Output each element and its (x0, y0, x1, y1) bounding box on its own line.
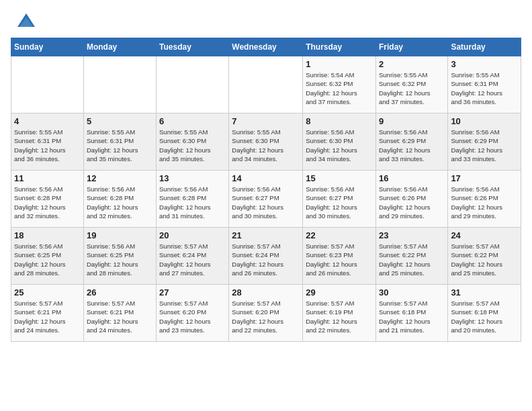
day-number: 1 (306, 59, 373, 69)
day-number: 9 (379, 116, 445, 126)
calendar-cell: 24Sunrise: 5:57 AM Sunset: 6:22 PM Dayli… (448, 228, 521, 285)
day-number: 18 (14, 230, 81, 240)
header-friday: Friday (375, 38, 447, 56)
calendar-cell: 26Sunrise: 5:57 AM Sunset: 6:21 PM Dayli… (83, 285, 156, 342)
calendar-cell: 22Sunrise: 5:57 AM Sunset: 6:23 PM Dayli… (303, 228, 376, 285)
header-monday: Monday (83, 38, 156, 56)
day-number: 12 (87, 173, 153, 183)
day-number: 21 (232, 230, 300, 240)
calendar-table: SundayMondayTuesdayWednesdayThursdayFrid… (11, 38, 521, 342)
day-number: 7 (232, 116, 300, 126)
day-info: Sunrise: 5:57 AM Sunset: 6:24 PM Dayligh… (159, 242, 226, 277)
calendar-cell: 15Sunrise: 5:56 AM Sunset: 6:27 PM Dayli… (303, 171, 376, 228)
day-info: Sunrise: 5:55 AM Sunset: 6:31 PM Dayligh… (14, 128, 81, 163)
calendar-cell: 19Sunrise: 5:56 AM Sunset: 6:25 PM Dayli… (83, 228, 156, 285)
calendar-cell: 1Sunrise: 5:54 AM Sunset: 6:32 PM Daylig… (303, 56, 376, 113)
logo-icon (16, 12, 36, 32)
day-info: Sunrise: 5:55 AM Sunset: 6:30 PM Dayligh… (232, 128, 300, 163)
day-number: 4 (14, 116, 81, 126)
day-info: Sunrise: 5:56 AM Sunset: 6:28 PM Dayligh… (14, 185, 81, 220)
day-number: 14 (232, 173, 300, 183)
calendar-cell: 18Sunrise: 5:56 AM Sunset: 6:25 PM Dayli… (11, 228, 84, 285)
day-number: 6 (159, 116, 226, 126)
day-info: Sunrise: 5:56 AM Sunset: 6:25 PM Dayligh… (14, 242, 81, 277)
calendar-cell: 28Sunrise: 5:57 AM Sunset: 6:20 PM Dayli… (229, 285, 303, 342)
calendar-cell: 8Sunrise: 5:56 AM Sunset: 6:30 PM Daylig… (303, 113, 376, 171)
day-info: Sunrise: 5:57 AM Sunset: 6:18 PM Dayligh… (379, 299, 445, 334)
day-info: Sunrise: 5:56 AM Sunset: 6:25 PM Dayligh… (87, 242, 153, 277)
calendar-cell: 29Sunrise: 5:57 AM Sunset: 6:19 PM Dayli… (303, 285, 376, 342)
day-info: Sunrise: 5:57 AM Sunset: 6:21 PM Dayligh… (14, 299, 81, 334)
day-number: 28 (232, 287, 300, 298)
day-info: Sunrise: 5:57 AM Sunset: 6:20 PM Dayligh… (159, 299, 226, 334)
day-number: 19 (87, 230, 153, 240)
header (0, 0, 532, 38)
day-info: Sunrise: 5:57 AM Sunset: 6:22 PM Dayligh… (451, 242, 518, 277)
calendar-week-row: 11Sunrise: 5:56 AM Sunset: 6:28 PM Dayli… (11, 171, 521, 228)
calendar-cell: 30Sunrise: 5:57 AM Sunset: 6:18 PM Dayli… (375, 285, 447, 342)
header-tuesday: Tuesday (157, 38, 229, 56)
day-info: Sunrise: 5:56 AM Sunset: 6:28 PM Dayligh… (87, 185, 153, 220)
calendar-cell (229, 56, 303, 113)
calendar-cell: 4Sunrise: 5:55 AM Sunset: 6:31 PM Daylig… (11, 113, 84, 171)
day-info: Sunrise: 5:55 AM Sunset: 6:31 PM Dayligh… (87, 128, 153, 163)
calendar-cell: 27Sunrise: 5:57 AM Sunset: 6:20 PM Dayli… (157, 285, 229, 342)
calendar-cell: 20Sunrise: 5:57 AM Sunset: 6:24 PM Dayli… (157, 228, 229, 285)
day-number: 11 (14, 173, 81, 183)
calendar-week-row: 4Sunrise: 5:55 AM Sunset: 6:31 PM Daylig… (11, 113, 521, 171)
day-number: 20 (159, 230, 226, 240)
day-number: 17 (451, 173, 518, 183)
day-number: 10 (451, 116, 518, 126)
day-info: Sunrise: 5:57 AM Sunset: 6:23 PM Dayligh… (306, 242, 373, 277)
day-info: Sunrise: 5:56 AM Sunset: 6:26 PM Dayligh… (451, 185, 518, 220)
day-number: 29 (306, 287, 373, 298)
day-number: 30 (379, 287, 445, 298)
calendar-week-row: 18Sunrise: 5:56 AM Sunset: 6:25 PM Dayli… (11, 228, 521, 285)
calendar-cell: 25Sunrise: 5:57 AM Sunset: 6:21 PM Dayli… (11, 285, 84, 342)
header-thursday: Thursday (303, 38, 376, 56)
day-info: Sunrise: 5:56 AM Sunset: 6:29 PM Dayligh… (451, 128, 518, 163)
day-info: Sunrise: 5:56 AM Sunset: 6:28 PM Dayligh… (159, 185, 226, 220)
calendar-cell: 2Sunrise: 5:55 AM Sunset: 6:32 PM Daylig… (375, 56, 447, 113)
calendar-cell: 23Sunrise: 5:57 AM Sunset: 6:22 PM Dayli… (375, 228, 447, 285)
calendar-cell: 21Sunrise: 5:57 AM Sunset: 6:24 PM Dayli… (229, 228, 303, 285)
day-number: 5 (87, 116, 153, 126)
calendar-cell: 31Sunrise: 5:57 AM Sunset: 6:18 PM Dayli… (448, 285, 521, 342)
day-info: Sunrise: 5:56 AM Sunset: 6:29 PM Dayligh… (379, 128, 445, 163)
day-info: Sunrise: 5:56 AM Sunset: 6:30 PM Dayligh… (306, 128, 373, 163)
calendar-cell: 9Sunrise: 5:56 AM Sunset: 6:29 PM Daylig… (375, 113, 447, 171)
day-info: Sunrise: 5:57 AM Sunset: 6:20 PM Dayligh… (232, 299, 300, 334)
day-number: 25 (14, 287, 81, 298)
header-sunday: Sunday (11, 38, 84, 56)
day-number: 16 (379, 173, 445, 183)
calendar-cell (157, 56, 229, 113)
calendar-cell: 3Sunrise: 5:55 AM Sunset: 6:31 PM Daylig… (448, 56, 521, 113)
header-saturday: Saturday (448, 38, 521, 56)
day-number: 8 (306, 116, 373, 126)
calendar-cell: 10Sunrise: 5:56 AM Sunset: 6:29 PM Dayli… (448, 113, 521, 171)
header-wednesday: Wednesday (229, 38, 303, 56)
day-info: Sunrise: 5:56 AM Sunset: 6:27 PM Dayligh… (306, 185, 373, 220)
calendar-cell: 14Sunrise: 5:56 AM Sunset: 6:27 PM Dayli… (229, 171, 303, 228)
calendar-cell (11, 56, 84, 113)
day-number: 22 (306, 230, 373, 240)
day-info: Sunrise: 5:57 AM Sunset: 6:22 PM Dayligh… (379, 242, 445, 277)
day-info: Sunrise: 5:54 AM Sunset: 6:32 PM Dayligh… (306, 71, 373, 106)
day-number: 24 (451, 230, 518, 240)
calendar-cell: 5Sunrise: 5:55 AM Sunset: 6:31 PM Daylig… (83, 113, 156, 171)
calendar-cell: 7Sunrise: 5:55 AM Sunset: 6:30 PM Daylig… (229, 113, 303, 171)
calendar-cell: 13Sunrise: 5:56 AM Sunset: 6:28 PM Dayli… (157, 171, 229, 228)
calendar-cell: 16Sunrise: 5:56 AM Sunset: 6:26 PM Dayli… (375, 171, 447, 228)
calendar-cell: 12Sunrise: 5:56 AM Sunset: 6:28 PM Dayli… (83, 171, 156, 228)
day-info: Sunrise: 5:56 AM Sunset: 6:26 PM Dayligh… (379, 185, 445, 220)
day-info: Sunrise: 5:57 AM Sunset: 6:19 PM Dayligh… (306, 299, 373, 334)
logo (16, 12, 39, 32)
calendar-week-row: 25Sunrise: 5:57 AM Sunset: 6:21 PM Dayli… (11, 285, 521, 342)
calendar-week-row: 1Sunrise: 5:54 AM Sunset: 6:32 PM Daylig… (11, 56, 521, 113)
day-number: 3 (451, 59, 518, 69)
day-info: Sunrise: 5:55 AM Sunset: 6:31 PM Dayligh… (451, 71, 518, 106)
day-info: Sunrise: 5:57 AM Sunset: 6:24 PM Dayligh… (232, 242, 300, 277)
calendar-cell: 6Sunrise: 5:55 AM Sunset: 6:30 PM Daylig… (157, 113, 229, 171)
day-info: Sunrise: 5:57 AM Sunset: 6:21 PM Dayligh… (87, 299, 153, 334)
day-info: Sunrise: 5:56 AM Sunset: 6:27 PM Dayligh… (232, 185, 300, 220)
